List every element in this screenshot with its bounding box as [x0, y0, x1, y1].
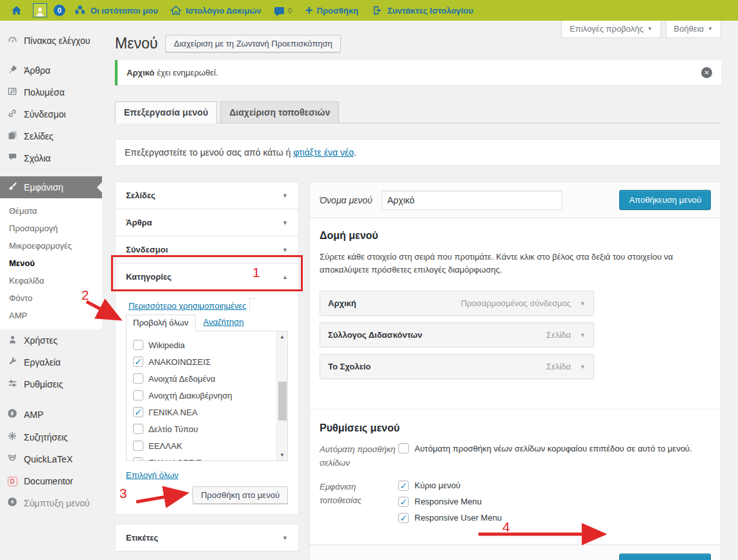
- submenu-item-amp[interactable]: AMP: [0, 307, 102, 324]
- collapse-menu-button[interactable]: Σύμπτυξη μενού: [0, 492, 102, 514]
- tab-most-used[interactable]: Περισσότερο χρησιμοποιημένες: [126, 300, 249, 313]
- sidebar-item-documentor[interactable]: D Documentor: [0, 470, 102, 492]
- category-checklist: WikipediaΑΝΑΚΟΙΝΩΣΕΙΣΑνοιχτά ΔεδομέναΑνο…: [126, 331, 288, 461]
- scroll-down-icon[interactable]: ▼: [277, 452, 287, 458]
- menu-structure-help: Σύρετε κάθε στοιχείο στη σειρά που προτι…: [320, 251, 684, 276]
- wordpress-home-icon[interactable]: [6, 0, 26, 21]
- category-checkbox[interactable]: [133, 457, 143, 461]
- chevron-down-icon[interactable]: ▼: [580, 364, 586, 370]
- category-checkbox[interactable]: [133, 424, 143, 434]
- category-checkbox[interactable]: [133, 441, 143, 451]
- new-content-label: Προσθήκη: [317, 6, 358, 16]
- submenu-item-header[interactable]: Κεφαλίδα: [0, 272, 102, 289]
- accordion-links[interactable]: Σύνδεσμοι ▼: [115, 236, 299, 263]
- category-checkbox[interactable]: [133, 407, 143, 417]
- submenu-item-customize[interactable]: Προσαρμογή: [0, 220, 102, 237]
- category-label[interactable]: Ανοιχτά Δεδομένα: [149, 374, 216, 384]
- sidebar-item-links[interactable]: Σύνδεσμοι: [0, 103, 102, 125]
- add-to-menu-button[interactable]: Προσθήκη στο μενού: [192, 486, 288, 504]
- category-checkbox[interactable]: [133, 357, 143, 367]
- pushpin-icon: [6, 65, 18, 76]
- menu-name-input[interactable]: [382, 191, 562, 210]
- submenu-item-background[interactable]: Φόντο: [0, 289, 102, 307]
- sidebar-item-discussions[interactable]: Συζητήσεις: [0, 426, 102, 448]
- scrollbar-thumb[interactable]: [278, 382, 287, 420]
- sidebar-item-tools[interactable]: Εργαλεία: [0, 351, 102, 373]
- blog-editors-label: Συντάκτες Ιστολογίου: [387, 6, 473, 16]
- current-site-link[interactable]: Ιστολόγιο Δοκιμών: [166, 0, 265, 21]
- category-option: Ανοιχτά Δεδομένα: [133, 370, 276, 387]
- auto-add-checkbox[interactable]: [398, 443, 409, 453]
- sidebar-item-pages[interactable]: Σελίδες: [0, 125, 102, 147]
- chevron-down-icon[interactable]: ▼: [580, 300, 586, 307]
- sidebar-item-media[interactable]: Πολυμέσα: [0, 81, 102, 103]
- chevron-down-icon: ▼: [282, 535, 288, 541]
- tab-edit-menus[interactable]: Επεξεργασία μενού: [115, 101, 217, 123]
- sidebar-item-settings[interactable]: Ρυθμίσεις: [0, 373, 102, 395]
- category-label[interactable]: ΑΝΑΚΟΙΝΩΣΕΙΣ: [149, 357, 210, 367]
- category-label[interactable]: ΕΕΛΛΑΚ: [149, 441, 182, 451]
- live-preview-button[interactable]: Διαχείριση με τη Ζωντανή Προεπισκόπηση: [165, 35, 341, 52]
- tab-search[interactable]: Αναζήτηση: [196, 314, 252, 331]
- location-checkbox[interactable]: [398, 513, 409, 523]
- comments-indicator[interactable]: 0: [270, 0, 297, 21]
- menu-item-card[interactable]: ΑρχικήΠροσαρμοσμένος σύνδεσμος▼: [320, 291, 594, 316]
- category-label[interactable]: Ανοιχτή Διακυβέρνηση: [149, 391, 232, 400]
- menu-item-type: Σελίδα: [546, 330, 571, 340]
- updates-badge[interactable]: 0: [54, 5, 65, 16]
- category-label[interactable]: ΓΕΝΙΚΑ ΝΕΑ: [149, 408, 198, 417]
- location-option: Responsive User Menu: [398, 513, 502, 523]
- category-checkbox[interactable]: [133, 373, 143, 384]
- multisite-icon: [74, 5, 87, 16]
- accordion-posts[interactable]: Άρθρα ▼: [115, 209, 299, 236]
- save-menu-button-bottom[interactable]: Αποθήκευση μενού: [619, 554, 711, 560]
- sidebar-item-users[interactable]: Χρήστες: [0, 329, 102, 351]
- avatar: [33, 3, 47, 17]
- help-button[interactable]: Βοήθεια ▼: [666, 21, 721, 38]
- admin-bar: 0 Οι ιστότοποι μου Ιστολόγιο Δοκιμών 0 +…: [0, 0, 738, 21]
- scrollbar[interactable]: ▲ ▼: [276, 331, 287, 461]
- category-label[interactable]: Wikipedia: [149, 340, 185, 350]
- sliders-icon: [6, 379, 18, 390]
- current-site-label: Ιστολόγιο Δοκιμών: [185, 6, 261, 16]
- accordion-pages[interactable]: Σελίδες ▼: [115, 181, 299, 209]
- create-new-menu-link[interactable]: φτιάξτε ένα νέο: [293, 147, 354, 158]
- sidebar-item-posts[interactable]: Άρθρα: [0, 59, 102, 81]
- sidebar-item-comments[interactable]: Σχόλια: [0, 147, 102, 169]
- submenu-item-widgets[interactable]: Μικροεφαρμογές: [0, 237, 102, 254]
- save-menu-button-top[interactable]: Αποθήκευση μενού: [619, 190, 711, 210]
- location-checkbox[interactable]: [398, 481, 409, 491]
- location-checkbox[interactable]: [398, 497, 409, 507]
- updated-notice: Αρχικό έχει ενημερωθεί. ✕: [115, 60, 721, 85]
- dismiss-notice-icon[interactable]: ✕: [701, 67, 712, 78]
- chevron-down-icon[interactable]: ▼: [580, 332, 586, 338]
- sidebar-item-dashboard[interactable]: Πίνακας ελέγχου: [0, 30, 102, 52]
- submenu-item-menus[interactable]: Μενού: [0, 254, 102, 272]
- tab-notch: [249, 298, 257, 313]
- location-label: Responsive User Menu: [415, 513, 502, 523]
- category-label[interactable]: Δελτίο Τύπου: [149, 424, 198, 434]
- tab-manage-locations[interactable]: Διαχείριση τοποθεσιών: [220, 101, 339, 123]
- sidebar-label: Σελίδες: [24, 131, 54, 141]
- sidebar-item-quicklatex[interactable]: QuickLaTeX: [0, 448, 102, 470]
- user-avatar[interactable]: [30, 0, 50, 21]
- menu-item-type: Προσαρμοσμένος σύνδεσμος: [461, 298, 571, 308]
- category-label[interactable]: ΕΚΔΗΛΩΣΕΙΣ: [149, 458, 201, 461]
- select-all-link[interactable]: Επιλογή όλων: [126, 470, 178, 480]
- category-checkbox[interactable]: [133, 340, 143, 350]
- menu-item-card[interactable]: Σύλλογος ΔιδασκόντωνΣελίδα▼: [320, 322, 594, 347]
- accordion-categories-header[interactable]: Κατηγορίες ▲: [116, 264, 298, 290]
- menu-item-card[interactable]: Το ΣχολείοΣελίδα▼: [320, 354, 594, 379]
- hint-text: Επεξεργαστείτε το μενού σας από κάτω ή: [125, 147, 293, 158]
- sidebar-item-appearance[interactable]: Εμφάνιση: [0, 176, 102, 198]
- screen-options-button[interactable]: Επιλογές προβολής ▼: [561, 21, 661, 38]
- category-checkbox[interactable]: [133, 390, 143, 400]
- my-sites-link[interactable]: Οι ιστότοποι μου: [69, 0, 162, 21]
- sidebar-item-amp[interactable]: AMP: [0, 403, 102, 426]
- tab-view-all[interactable]: Προβολή όλων: [126, 315, 196, 331]
- blog-editors-link[interactable]: Συντάκτες Ιστολογίου: [367, 0, 478, 21]
- scroll-up-icon[interactable]: ▲: [277, 334, 287, 340]
- new-content-link[interactable]: + Προσθήκη: [301, 0, 363, 21]
- submenu-item-themes[interactable]: Θέματα: [0, 202, 102, 220]
- accordion-tags[interactable]: Ετικέτες ▼: [115, 524, 299, 552]
